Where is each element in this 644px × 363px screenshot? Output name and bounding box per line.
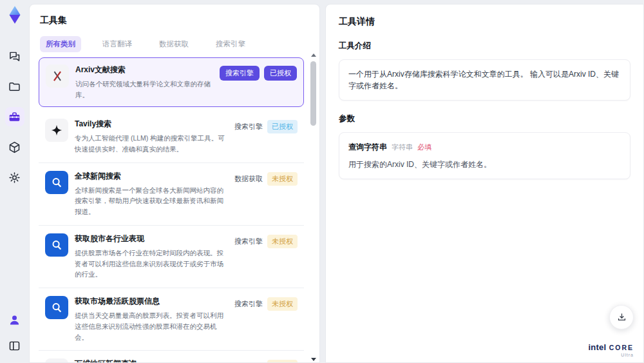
category-tabs: 所有类别 语言翻译 数据获取 搜索引擎 (40, 36, 309, 52)
param-required-label: 必填 (417, 142, 431, 153)
sidebar-nav (5, 46, 24, 187)
tool-info: 万维地区新闻查询 查询具体行政区划内的新闻，快速了解各地新闻动 (75, 358, 228, 362)
tool-card-sector-performance[interactable]: 获取股市各行业表现 提供股票市场各个行业在特定时间段内的表现。投资者可以利用这些… (39, 226, 304, 288)
tool-info: 获取市场最活跃股票信息 提供当天交易量最高的股票列表。投资者可以利用这些信息来识… (75, 296, 228, 342)
scrollbar-thumb[interactable] (310, 61, 316, 126)
auth-status-badge: 未授权 (267, 172, 298, 186)
intro-heading: 工具介绍 (339, 41, 630, 52)
building-icon (45, 358, 68, 362)
sidebar-item-collapse[interactable] (5, 336, 24, 355)
sidebar-bottom (5, 310, 24, 355)
auth-status-badge: 已授权 (264, 66, 297, 81)
page-title: 工具集 (40, 15, 309, 26)
tool-description: 访问各个研究领域大量科学论文和文章的存储库。 (75, 79, 213, 101)
tool-card-arxiv[interactable]: Arxiv文献搜索 访问各个研究领域大量科学论文和文章的存储库。 搜索引擎 已授… (39, 57, 304, 107)
tab-data-acquisition[interactable]: 数据获取 (153, 36, 194, 52)
brand-intel-text: intel (588, 342, 606, 352)
cube-icon (8, 141, 21, 154)
category-badge: 搜索引擎 (234, 362, 263, 362)
tool-description: 提供当天交易量最高的股票列表。投资者可以利用这些信息来识别流动性强的股票和潜在的… (75, 310, 228, 342)
brand-sub-text: Ultra (588, 353, 634, 358)
tool-description: 提供股票市场各个行业在特定时间段内的表现。投资者可以利用这些信息来识别表现优于或… (75, 248, 228, 280)
tool-name: Arxiv文献搜索 (75, 64, 213, 75)
tool-card-most-active-stocks[interactable]: 获取市场最活跃股票信息 提供当天交易量最高的股票列表。投资者可以利用这些信息来识… (39, 288, 304, 351)
tab-search-engine[interactable]: 搜索引擎 (210, 36, 251, 52)
user-icon (8, 313, 21, 327)
tool-list: Arxiv文献搜索 访问各个研究领域大量科学论文和文章的存储库。 搜索引擎 已授… (30, 52, 319, 362)
param-header: 查询字符串 字符串 必填 (348, 141, 621, 153)
sidebar-item-profile[interactable] (5, 310, 24, 329)
tool-card-tavily[interactable]: Tavily搜索 专为人工智能代理 (LLM) 构建的搜索引擎工具。可快速提供实… (39, 111, 304, 162)
news-search-icon (45, 171, 68, 194)
tool-badges: 搜索引擎 未授权 (234, 297, 298, 311)
tool-badges: 搜索引擎 已授权 (220, 66, 297, 81)
tool-description: 专为人工智能代理 (LLM) 构建的搜索引擎工具。可快速提供实时、准确和真实的结… (75, 133, 228, 155)
tool-description: 全球新闻搜索是一个聚合全球各大新闻网站内容的搜索引擎，帮助用户快速获取全球最新资… (75, 185, 228, 217)
category-badge: 搜索引擎 (234, 237, 263, 246)
scroll-down-arrow-icon[interactable] (311, 358, 316, 361)
tool-badges: 数据获取 未授权 (234, 172, 298, 186)
brand-core-text: CORE (609, 344, 634, 351)
params-heading: 参数 (339, 113, 630, 124)
toolset-header: 工具集 所有类别 语言翻译 数据获取 搜索引擎 (30, 5, 319, 52)
sidebar-item-settings[interactable] (5, 168, 24, 187)
tool-name: 全球新闻搜索 (75, 171, 228, 182)
tool-info: 全球新闻搜索 全球新闻搜索是一个聚合全球各大新闻网站内容的搜索引擎，帮助用户快速… (75, 171, 228, 217)
tool-card-global-news[interactable]: 全球新闻搜索 全球新闻搜索是一个聚合全球各大新闻网站内容的搜索引擎，帮助用户快速… (39, 163, 304, 226)
tool-card-regional-news[interactable]: 万维地区新闻查询 查询具体行政区划内的新闻，快速了解各地新闻动 搜索引擎 未授权 (39, 351, 304, 362)
tool-name: Tavily搜索 (75, 119, 228, 130)
tool-name: 获取市场最活跃股票信息 (75, 296, 228, 307)
panel-toggle-icon (8, 339, 21, 353)
app-logo[interactable] (5, 5, 24, 25)
param-type: 字符串 (392, 142, 413, 153)
arxiv-logo-icon (46, 64, 69, 88)
tool-badges: 搜索引擎 未授权 (234, 235, 298, 248)
tool-info: Tavily搜索 专为人工智能代理 (LLM) 构建的搜索引擎工具。可快速提供实… (75, 119, 228, 154)
category-badge: 搜索引擎 (234, 299, 263, 309)
category-badge: 数据获取 (234, 174, 263, 184)
auth-status-badge: 未授权 (267, 297, 298, 311)
chat-icon (8, 50, 21, 63)
auth-status-badge: 未授权 (267, 235, 298, 248)
param-description: 用于搜索的Arxiv ID、关键字或作者姓名。 (348, 159, 621, 170)
toolbox-icon (8, 110, 21, 124)
news-search-icon (45, 233, 68, 257)
tavily-star-icon (45, 119, 68, 142)
sidebar (0, 0, 29, 363)
tab-all-categories[interactable]: 所有类别 (40, 36, 81, 52)
tab-language-translation[interactable]: 语言翻译 (97, 36, 138, 52)
tool-details-panel: 工具详情 工具介绍 一个用于从Arxiv存储库搜索科学论文和文章的工具。 输入可… (325, 4, 644, 363)
news-search-icon (45, 296, 68, 319)
intro-text: 一个用于从Arxiv存储库搜索科学论文和文章的工具。 输入可以是Arxiv ID… (348, 70, 619, 90)
main-content: 工具集 所有类别 语言翻译 数据获取 搜索引擎 (29, 4, 644, 363)
auth-status-badge: 已授权 (267, 120, 298, 133)
intel-core-logo: intel CORE Ultra (588, 341, 634, 358)
tool-badges: 搜索引擎 未授权 (234, 360, 298, 362)
sidebar-item-tools[interactable] (5, 107, 24, 126)
param-name: 查询字符串 (348, 141, 387, 153)
gear-icon (8, 171, 21, 184)
sidebar-item-chat[interactable] (5, 46, 24, 66)
sidebar-item-models[interactable] (5, 137, 24, 157)
toolset-panel: 工具集 所有类别 语言翻译 数据获取 搜索引擎 (29, 4, 320, 363)
param-box: 查询字符串 字符串 必填 用于搜索的Arxiv ID、关键字或作者姓名。 (339, 132, 630, 179)
tool-info: 获取股市各行业表现 提供股票市场各个行业在特定时间段内的表现。投资者可以利用这些… (75, 233, 228, 280)
download-icon (616, 312, 627, 323)
details-title: 工具详情 (339, 16, 630, 28)
tool-info: Arxiv文献搜索 访问各个研究领域大量科学论文和文章的存储库。 (75, 64, 213, 100)
tool-badges: 搜索引擎 已授权 (234, 120, 298, 133)
auth-status-badge: 未授权 (267, 360, 298, 362)
tool-name: 万维地区新闻查询 (75, 358, 228, 362)
category-badge: 搜索引擎 (234, 122, 263, 132)
scroll-up-arrow-icon[interactable] (311, 54, 316, 57)
category-badge: 搜索引擎 (220, 66, 260, 81)
download-button[interactable] (609, 305, 634, 329)
folder-icon (8, 80, 21, 93)
scrollbar[interactable] (310, 54, 316, 361)
tool-name: 获取股市各行业表现 (75, 233, 228, 244)
intro-box: 一个用于从Arxiv存储库搜索科学论文和文章的工具。 输入可以是Arxiv ID… (339, 59, 630, 101)
sidebar-item-files[interactable] (5, 77, 24, 96)
